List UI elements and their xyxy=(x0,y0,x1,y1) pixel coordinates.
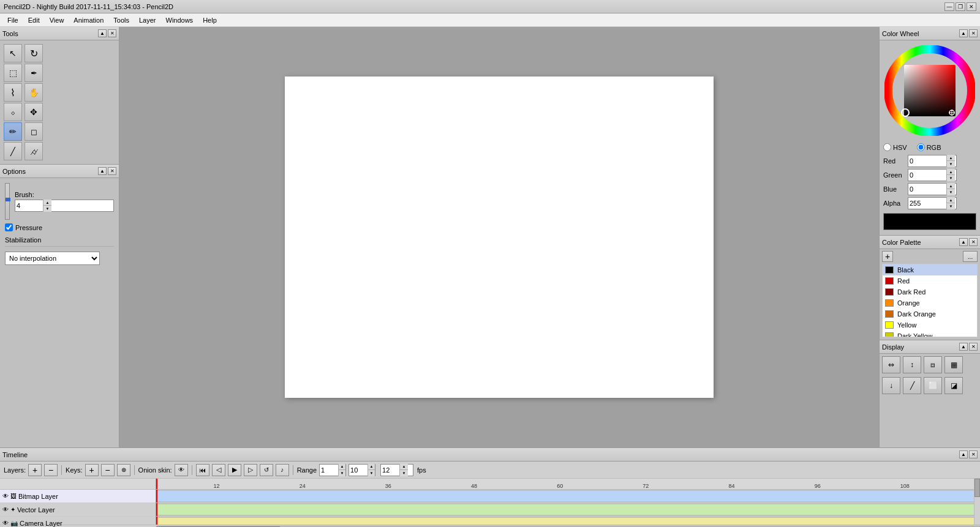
range-start-input[interactable]: ▲ ▼ xyxy=(319,464,346,476)
options-panel-float[interactable]: ▲ xyxy=(98,167,107,175)
brush-input-field[interactable]: 4 xyxy=(15,200,43,211)
play-forward-button[interactable]: ▷ xyxy=(244,464,257,476)
drawing-canvas[interactable] xyxy=(285,77,714,398)
color-item-yellow[interactable]: Yellow xyxy=(883,320,977,331)
green-input[interactable] xyxy=(908,170,946,181)
eraser-tool[interactable]: ◻ xyxy=(24,122,43,141)
color-palette-close[interactable]: ✕ xyxy=(969,238,978,246)
blue-spin-down[interactable]: ▼ xyxy=(946,189,955,195)
layer-remove-button[interactable]: − xyxy=(44,464,58,476)
color-wheel-close[interactable]: ✕ xyxy=(969,29,978,37)
selection-tool[interactable]: ⬚ xyxy=(4,64,22,82)
menu-edit[interactable]: Edit xyxy=(23,15,45,25)
pressure-checkbox[interactable] xyxy=(5,223,13,231)
vector-layer-eye[interactable]: 👁 xyxy=(2,506,9,513)
blue-spin-up[interactable]: ▲ xyxy=(946,183,955,189)
timeline-scrollbar[interactable] xyxy=(974,479,980,525)
menu-layer[interactable]: Layer xyxy=(134,15,161,25)
green-spin-down[interactable]: ▼ xyxy=(946,175,955,181)
range-end-down[interactable]: ▼ xyxy=(368,470,375,476)
display-panel-close[interactable]: ✕ xyxy=(969,343,978,351)
brush-spin-up[interactable]: ▲ xyxy=(43,200,51,206)
fps-input[interactable]: ▲ ▼ xyxy=(380,464,413,476)
vector-track[interactable] xyxy=(156,503,974,517)
green-spin-up[interactable]: ▲ xyxy=(946,169,955,175)
brush-value-input[interactable]: 4 ▲ ▼ xyxy=(15,200,114,212)
goto-start-button[interactable]: ⏮ xyxy=(196,464,209,476)
palette-menu-button[interactable]: ... xyxy=(963,251,978,262)
range-start-down[interactable]: ▼ xyxy=(338,470,345,476)
color-item-orange[interactable]: Orange xyxy=(883,297,977,308)
move-tool[interactable]: ✥ xyxy=(24,103,43,121)
menu-tools[interactable]: Tools xyxy=(108,15,134,25)
grid-button[interactable]: ▦ xyxy=(944,356,963,373)
hsv-radio-input[interactable] xyxy=(883,143,891,151)
onion-skin-button[interactable]: 👁 xyxy=(175,464,188,476)
pencil-tool[interactable]: ✏ xyxy=(4,122,22,141)
sound-button[interactable]: ♪ xyxy=(276,464,289,476)
red-input-wrapper[interactable]: ▲ ▼ xyxy=(908,155,957,167)
key-remove-button[interactable]: − xyxy=(101,464,115,476)
canvas-area[interactable] xyxy=(119,27,879,447)
alpha-spin-up[interactable]: ▲ xyxy=(946,197,955,203)
fps-down[interactable]: ▼ xyxy=(399,470,408,476)
loop-button[interactable]: ↺ xyxy=(260,464,273,476)
hand-tool[interactable]: ✋ xyxy=(24,83,43,102)
camera-layer-eye[interactable]: 👁 xyxy=(2,520,9,526)
rgb-radio[interactable]: RGB xyxy=(917,143,941,151)
blue-input-wrapper[interactable]: ▲ ▼ xyxy=(908,183,957,195)
color-item-black[interactable]: Black xyxy=(883,264,977,275)
rgb-radio-input[interactable] xyxy=(917,143,925,151)
pen-tool[interactable]: ╱ xyxy=(4,142,22,160)
smudge-tool[interactable]: ⌭ xyxy=(24,142,43,160)
overlay-button[interactable]: ⧈ xyxy=(924,356,942,373)
move-down-button[interactable]: ↓ xyxy=(882,377,900,394)
color-item-dark-red[interactable]: Dark Red xyxy=(883,286,977,297)
restore-button[interactable]: ❐ xyxy=(956,2,965,11)
color-palette-list[interactable]: Black Red Dark Red Orange Dark Orange xyxy=(882,264,978,337)
transform-button[interactable]: ⬜ xyxy=(924,377,942,394)
range-end-field[interactable] xyxy=(349,465,368,476)
close-button[interactable]: ✕ xyxy=(967,2,976,11)
brush-spin-down[interactable]: ▼ xyxy=(43,206,51,212)
eyedropper-tool[interactable]: ✒ xyxy=(24,64,43,82)
color-wheel-float[interactable]: ▲ xyxy=(959,29,968,37)
blue-input[interactable] xyxy=(908,184,946,195)
range-start-field[interactable] xyxy=(320,465,338,476)
display-panel-float[interactable]: ▲ xyxy=(959,343,968,351)
color-item-dark-yellow[interactable]: Dark Yellow xyxy=(883,331,977,337)
layer-add-button[interactable]: + xyxy=(28,464,42,476)
pointer-tool[interactable]: ↖ xyxy=(4,44,22,62)
red-spin-down[interactable]: ▼ xyxy=(946,161,955,167)
flip-vertical-button[interactable]: ↕ xyxy=(903,356,921,373)
lasso-tool[interactable]: ⌇ xyxy=(4,83,22,102)
menu-windows[interactable]: Windows xyxy=(161,15,198,25)
alpha-input-wrapper[interactable]: ▲ ▼ xyxy=(908,197,957,209)
flip-horizontal-button[interactable]: ⇔ xyxy=(882,356,900,373)
range-end-up[interactable]: ▲ xyxy=(368,464,375,470)
green-input-wrapper[interactable]: ▲ ▼ xyxy=(908,169,957,181)
play-button[interactable]: ▶ xyxy=(228,464,241,476)
tools-panel-float[interactable]: ▲ xyxy=(98,29,107,37)
interpolation-dropdown[interactable]: No interpolation Linear Quadratic Cubic xyxy=(5,252,100,265)
minimize-button[interactable]: — xyxy=(944,2,954,11)
key-add-button[interactable]: + xyxy=(85,464,99,476)
color-display-button[interactable]: ◪ xyxy=(944,377,963,394)
palette-add-button[interactable]: + xyxy=(882,251,893,262)
bucket-tool[interactable]: ⬦ xyxy=(4,103,22,121)
red-spin-up[interactable]: ▲ xyxy=(946,155,955,161)
timeline-close[interactable]: ✕ xyxy=(969,450,978,458)
range-end-input[interactable]: ▲ ▼ xyxy=(349,464,375,476)
fps-up[interactable]: ▲ xyxy=(399,464,408,470)
alpha-spin-down[interactable]: ▼ xyxy=(946,203,955,209)
range-start-up[interactable]: ▲ xyxy=(338,464,345,470)
color-wheel-svg[interactable] xyxy=(884,45,975,136)
hsv-radio[interactable]: HSV xyxy=(883,143,907,151)
red-input[interactable] xyxy=(908,155,946,166)
fps-field[interactable] xyxy=(381,465,399,476)
color-item-red[interactable]: Red xyxy=(883,275,977,286)
alpha-input[interactable] xyxy=(908,198,946,209)
camera-track[interactable] xyxy=(156,517,974,525)
color-item-dark-orange[interactable]: Dark Orange xyxy=(883,308,977,320)
color-wheel-container[interactable] xyxy=(880,40,980,141)
